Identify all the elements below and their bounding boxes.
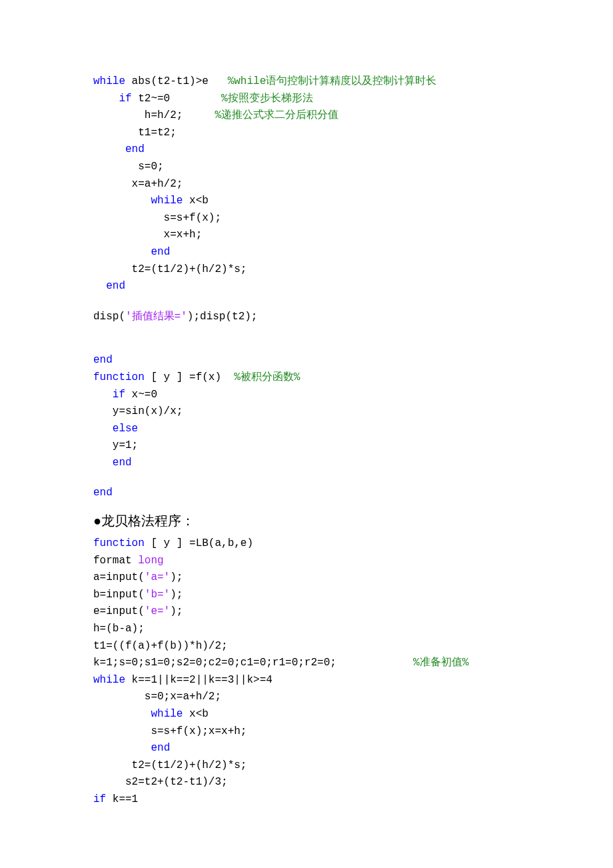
code-token: [93, 742, 151, 754]
code-token: x=x+h;: [93, 229, 202, 241]
code-token: s2=t2+(t2-t1)/3;: [93, 776, 228, 788]
code-token: x<b: [183, 708, 208, 720]
code-line-end: end: [93, 485, 520, 502]
code-token: function: [93, 537, 145, 549]
code-token: s=s+f(x);x=x+h;: [93, 725, 247, 737]
code-line-b3-1: format long: [93, 553, 520, 570]
code-line-b3-4: e=input('e=');: [93, 603, 520, 621]
code-token: t1=((f(a)+f(b))*h)/2;: [93, 640, 228, 652]
code-token: y=1;: [93, 439, 138, 451]
code-line-b1-10: end: [93, 244, 520, 261]
code-line-b1-0: while abs(t2-t1)>e %while语句控制计算精度以及控制计算时…: [93, 73, 520, 91]
code-token: end: [106, 280, 125, 292]
code-line-b2-1: function [ y ] =f(x) %被积分函数%: [93, 369, 520, 387]
blank-line: [93, 295, 520, 309]
code-token: s=0;: [93, 161, 164, 173]
code-token: '插值结果=': [125, 311, 187, 323]
code-token: );: [170, 605, 183, 617]
code-token: end: [151, 742, 170, 754]
code-token: else: [113, 423, 138, 435]
code-token: while: [93, 75, 125, 87]
code-line-b3-6: t1=((f(a)+f(b))*h)/2;: [93, 638, 520, 655]
code-token: %按照变步长梯形法: [221, 93, 313, 105]
section-heading: ●龙贝格法程序：: [93, 510, 520, 531]
code-line-b1-1: if t2~=0 %按照变步长梯形法: [93, 91, 520, 108]
code-line-b3-8: while k==1||k==2||k==3||k>=4: [93, 672, 520, 689]
code-token: 'b=': [145, 589, 170, 601]
code-line-b3-3: b=input('b=');: [93, 587, 520, 604]
code-token: [93, 457, 113, 469]
code-line-b1-6: x=a+h/2;: [93, 176, 520, 193]
code-line-b1-8: s=s+f(x);: [93, 210, 520, 227]
blank-line: [93, 339, 520, 352]
code-line-b3-7: k=1;s=0;s1=0;s2=0;c2=0;c1=0;r1=0;r2=0; %…: [93, 655, 520, 672]
code-token: end: [125, 143, 145, 155]
code-token: [93, 93, 119, 105]
code-token: k==1||k==2||k==3||k>=4: [125, 674, 273, 686]
code-token: [93, 423, 113, 435]
code-token: [93, 389, 113, 401]
code-token: if: [119, 93, 131, 105]
code-token: s=0;x=a+h/2;: [93, 691, 221, 703]
code-token: [93, 708, 151, 720]
code-line-b1-11: t2=(t1/2)+(h/2)*s;: [93, 261, 520, 279]
code-line-b3-10: while x<b: [93, 706, 520, 723]
code-line-b2-5: y=1;: [93, 437, 520, 455]
code-token: disp(: [93, 311, 125, 323]
code-token: 'a=': [145, 571, 170, 583]
code-token: if: [113, 389, 125, 401]
code-token: h=h/2;: [93, 109, 215, 121]
code-token: t2~=0: [132, 93, 221, 105]
code-token: long: [138, 555, 163, 567]
blank-line: [93, 471, 520, 485]
code-line-b3-13: t2=(t1/2)+(h/2)*s;: [93, 757, 520, 775]
code-line-b1-2: h=h/2; %递推公式求二分后积分值: [93, 107, 520, 125]
code-token: end: [93, 354, 113, 366]
code-line-b1-3: t1=t2;: [93, 125, 520, 142]
code-token: %被积分函数%: [234, 371, 300, 383]
code-token: x~=0: [125, 389, 157, 401]
code-line-b1-5: s=0;: [93, 159, 520, 176]
code-token: );: [170, 571, 183, 583]
code-line-b1-12: end: [93, 278, 520, 295]
code-token: while: [151, 195, 183, 207]
code-line-b3-12: end: [93, 740, 520, 757]
code-token: 'e=': [145, 605, 170, 617]
code-token: [ y ] =LB(a,b,e): [145, 537, 253, 549]
code-token: );disp(t2);: [187, 311, 258, 323]
code-token: [93, 246, 151, 258]
code-token: abs(t2-t1)>e: [125, 75, 228, 87]
code-token: [93, 143, 125, 155]
code-line-b2-2: if x~=0: [93, 387, 520, 404]
code-token: function: [93, 371, 145, 383]
code-line-b3-9: s=0;x=a+h/2;: [93, 689, 520, 706]
code-line-b2-0: end: [93, 352, 520, 369]
code-token: t1=t2;: [93, 127, 177, 139]
code-token: x=a+h/2;: [93, 178, 183, 190]
code-line-b2-3: y=sin(x)/x;: [93, 403, 520, 421]
code-token: s=s+f(x);: [93, 212, 221, 224]
blank-line: [93, 325, 520, 339]
code-token: );: [170, 589, 183, 601]
code-line-b3-14: s2=t2+(t2-t1)/3;: [93, 774, 520, 791]
code-line-b3-2: a=input('a=');: [93, 569, 520, 587]
code-line-b3-11: s=s+f(x);x=x+h;: [93, 723, 520, 741]
code-token: h=(b-a);: [93, 623, 145, 635]
code-token: %准备初值%: [413, 657, 468, 669]
code-token: a=input(: [93, 571, 145, 583]
code-token: end: [93, 487, 113, 499]
code-token: k==1: [106, 793, 138, 805]
code-token: k=1;s=0;s1=0;s2=0;c2=0;c1=0;r1=0;r2=0;: [93, 657, 413, 669]
code-token: [ y ] =f(x): [145, 371, 234, 383]
code-line-b3-5: h=(b-a);: [93, 621, 520, 638]
code-line-b1-9: x=x+h;: [93, 227, 520, 244]
code-line-disp: disp('插值结果=');disp(t2);: [93, 309, 520, 326]
code-token: while: [151, 708, 183, 720]
code-token: end: [151, 246, 170, 258]
code-token: %递推公式求二分后积分值: [215, 109, 338, 121]
code-token: %while语句控制计算精度以及控制计算时长: [228, 75, 437, 87]
code-token: end: [113, 457, 132, 469]
code-token: [93, 280, 106, 292]
code-token: while: [93, 674, 125, 686]
code-line-b2-4: else: [93, 421, 520, 438]
